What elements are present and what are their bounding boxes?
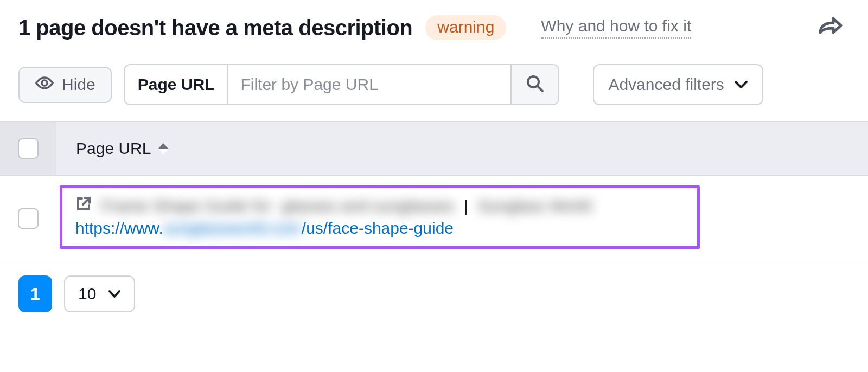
- issue-title: 1 page doesn't have a meta description: [18, 16, 412, 40]
- hide-button[interactable]: Hide: [18, 67, 112, 103]
- advanced-filters-label: Advanced filters: [608, 75, 724, 94]
- svg-line-2: [538, 86, 542, 91]
- page-size-value: 10: [78, 285, 96, 303]
- chevron-down-icon: [108, 290, 121, 298]
- page-url-line[interactable]: https://www.sunglassworld.com/us/face-sh…: [75, 219, 684, 238]
- filter-group: Page URL: [124, 64, 560, 105]
- toolbar: Hide Page URL Advanced filters: [0, 53, 868, 121]
- column-header-label: Page URL: [76, 139, 151, 158]
- row-checkbox[interactable]: [18, 208, 39, 229]
- external-link-icon: [75, 196, 92, 216]
- page-size-select[interactable]: 10: [64, 275, 135, 312]
- current-page[interactable]: 1: [18, 275, 52, 312]
- sort-icon: [158, 143, 168, 155]
- pagination: 1 10: [0, 261, 868, 326]
- filter-input[interactable]: [228, 65, 510, 104]
- hide-label: Hide: [62, 75, 95, 94]
- url-suffix: /us/face-shape-guide: [302, 219, 454, 237]
- page-title-blur-right: Sunglass World: [478, 197, 592, 215]
- chevron-down-icon: [734, 80, 748, 89]
- page-title-separator: |: [464, 197, 468, 215]
- row-content: Frame Shape Guide for glasses and sungla…: [56, 176, 868, 261]
- svg-point-0: [42, 80, 47, 86]
- help-link[interactable]: Why and how to fix it: [541, 17, 691, 39]
- select-all-checkbox[interactable]: [18, 138, 39, 159]
- url-domain-blur: sunglassworld.com: [163, 219, 302, 237]
- filter-field-label[interactable]: Page URL: [125, 65, 229, 104]
- share-icon[interactable]: [818, 16, 850, 39]
- column-header-page-url[interactable]: Page URL: [56, 139, 168, 158]
- page-title-blur-mid: glasses and sunglasses: [282, 197, 455, 215]
- table-row: Frame Shape Guide for glasses and sungla…: [0, 176, 868, 261]
- row-select-cell: [0, 176, 56, 261]
- url-prefix: https://www.: [75, 219, 163, 237]
- table-header: Page URL: [0, 121, 868, 176]
- select-all-cell: [0, 122, 56, 175]
- issue-header: 1 page doesn't have a meta description w…: [0, 0, 868, 53]
- search-button[interactable]: [510, 65, 558, 104]
- eye-icon: [35, 75, 54, 94]
- warning-badge: warning: [425, 15, 506, 40]
- page-title-line[interactable]: Frame Shape Guide for glasses and sungla…: [75, 196, 684, 216]
- search-icon: [526, 74, 544, 95]
- page-title-blur-left: Frame Shape Guide for: [101, 197, 272, 215]
- advanced-filters-button[interactable]: Advanced filters: [593, 64, 763, 105]
- result-highlight: Frame Shape Guide for glasses and sungla…: [60, 185, 700, 249]
